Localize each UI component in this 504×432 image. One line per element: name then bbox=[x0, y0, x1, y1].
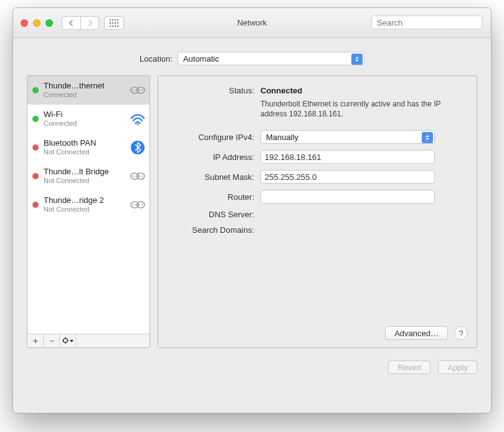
apply-button[interactable]: Apply bbox=[438, 360, 477, 374]
wifi-icon bbox=[130, 111, 146, 127]
svg-point-32 bbox=[139, 204, 140, 205]
service-name: Bluetooth PAN bbox=[44, 139, 125, 148]
svg-rect-9 bbox=[112, 26, 113, 27]
advanced-button[interactable]: Advanced… bbox=[385, 326, 448, 340]
search-input[interactable] bbox=[376, 17, 483, 28]
svg-rect-35 bbox=[65, 337, 66, 339]
status-label: Status: bbox=[169, 86, 254, 95]
service-details-panel: Status: Connected Thunderbolt Ethernet i… bbox=[158, 75, 477, 348]
show-all-button[interactable] bbox=[104, 16, 124, 30]
status-dot-icon bbox=[32, 144, 39, 151]
revert-button[interactable]: Revert bbox=[388, 360, 430, 374]
svg-point-16 bbox=[133, 90, 134, 91]
svg-rect-3 bbox=[117, 19, 118, 21]
svg-rect-4 bbox=[110, 22, 111, 24]
zoom-window-button[interactable] bbox=[45, 19, 53, 27]
service-item-thunderbolt-bridge-2[interactable]: Thunde…ridge 2 Not Connected bbox=[27, 190, 150, 219]
svg-point-30 bbox=[133, 204, 134, 205]
chevron-updown-icon bbox=[422, 132, 433, 143]
subnet-mask-label: Subnet Mask: bbox=[169, 172, 254, 182]
svg-point-33 bbox=[141, 204, 143, 205]
location-label: Location: bbox=[140, 54, 173, 63]
search-domains-label: Search Domains: bbox=[169, 225, 254, 235]
ethernet-icon bbox=[130, 82, 146, 98]
service-name: Thunde…lt Bridge bbox=[44, 167, 125, 177]
svg-rect-38 bbox=[67, 340, 68, 341]
service-status: Not Connected bbox=[44, 177, 125, 185]
services-sidebar: Thunde…thernet Connected Wi-Fi Connected bbox=[27, 75, 150, 348]
minimize-window-button[interactable] bbox=[33, 19, 40, 27]
location-select[interactable]: Automatic bbox=[178, 52, 364, 65]
svg-rect-10 bbox=[115, 26, 116, 27]
ip-address-input[interactable] bbox=[260, 150, 435, 164]
status-dot-icon bbox=[32, 173, 39, 179]
svg-rect-1 bbox=[112, 19, 113, 21]
services-list: Thunde…thernet Connected Wi-Fi Connected bbox=[27, 76, 150, 334]
service-status: Not Connected bbox=[44, 205, 125, 214]
remove-service-button[interactable]: － bbox=[44, 334, 60, 347]
svg-point-25 bbox=[135, 176, 136, 177]
svg-point-20 bbox=[137, 124, 139, 126]
service-status: Connected bbox=[44, 91, 125, 99]
services-footer: ＋ － bbox=[27, 334, 150, 347]
service-name: Wi-Fi bbox=[44, 110, 125, 120]
titlebar: Network bbox=[13, 8, 491, 38]
status-dot-icon bbox=[32, 202, 39, 208]
svg-rect-37 bbox=[62, 340, 64, 341]
configure-ipv4-label: Configure IPv4: bbox=[169, 133, 254, 142]
ethernet-icon bbox=[130, 168, 146, 184]
svg-rect-0 bbox=[110, 19, 111, 21]
service-item-bluetooth-pan[interactable]: Bluetooth PAN Not Connected bbox=[27, 133, 150, 162]
svg-point-31 bbox=[135, 204, 136, 205]
status-dot-icon bbox=[32, 87, 39, 93]
service-status: Not Connected bbox=[44, 148, 125, 156]
forward-button[interactable] bbox=[80, 16, 99, 30]
svg-rect-2 bbox=[115, 19, 116, 21]
service-actions-menu[interactable] bbox=[60, 334, 76, 347]
svg-point-17 bbox=[135, 90, 136, 91]
service-item-wifi[interactable]: Wi-Fi Connected bbox=[27, 105, 150, 133]
bluetooth-icon bbox=[130, 139, 146, 156]
service-status: Connected bbox=[44, 120, 125, 128]
status-description: Thunderbolt Ethernet is currently active… bbox=[260, 99, 460, 119]
svg-point-24 bbox=[133, 176, 134, 177]
svg-rect-36 bbox=[65, 342, 66, 343]
window-controls bbox=[21, 19, 53, 27]
location-value: Automatic bbox=[183, 54, 219, 63]
router-input[interactable] bbox=[260, 190, 435, 204]
service-item-thunderbolt-bridge[interactable]: Thunde…lt Bridge Not Connected bbox=[27, 162, 150, 190]
configure-ipv4-value: Manually bbox=[266, 133, 298, 142]
chevron-updown-icon bbox=[351, 54, 363, 65]
back-button[interactable] bbox=[62, 16, 80, 30]
close-window-button[interactable] bbox=[21, 19, 28, 27]
configure-ipv4-select[interactable]: Manually bbox=[260, 130, 435, 144]
help-button[interactable]: ? bbox=[454, 326, 468, 340]
ethernet-icon bbox=[130, 197, 146, 213]
svg-point-19 bbox=[141, 90, 143, 91]
svg-rect-7 bbox=[117, 22, 118, 24]
service-name: Thunde…ridge 2 bbox=[44, 196, 125, 205]
search-field[interactable] bbox=[371, 16, 482, 29]
svg-point-27 bbox=[141, 176, 143, 177]
service-name: Thunde…thernet bbox=[44, 82, 125, 91]
svg-rect-8 bbox=[110, 26, 111, 27]
ip-address-label: IP Address: bbox=[169, 153, 254, 162]
service-item-thunderbolt-ethernet[interactable]: Thunde…thernet Connected bbox=[27, 76, 150, 105]
svg-rect-5 bbox=[112, 22, 113, 24]
svg-rect-11 bbox=[117, 26, 118, 27]
network-prefs-window: Network Location: Automatic Thunde…thern… bbox=[12, 7, 492, 413]
svg-point-18 bbox=[139, 90, 140, 91]
add-service-button[interactable]: ＋ bbox=[27, 334, 44, 347]
svg-rect-6 bbox=[115, 22, 116, 24]
svg-point-26 bbox=[139, 176, 140, 177]
status-dot-icon bbox=[32, 116, 39, 122]
router-label: Router: bbox=[169, 192, 254, 202]
status-value: Connected bbox=[260, 86, 302, 95]
subnet-mask-input[interactable] bbox=[260, 170, 435, 184]
dns-server-label: DNS Server: bbox=[169, 210, 254, 219]
